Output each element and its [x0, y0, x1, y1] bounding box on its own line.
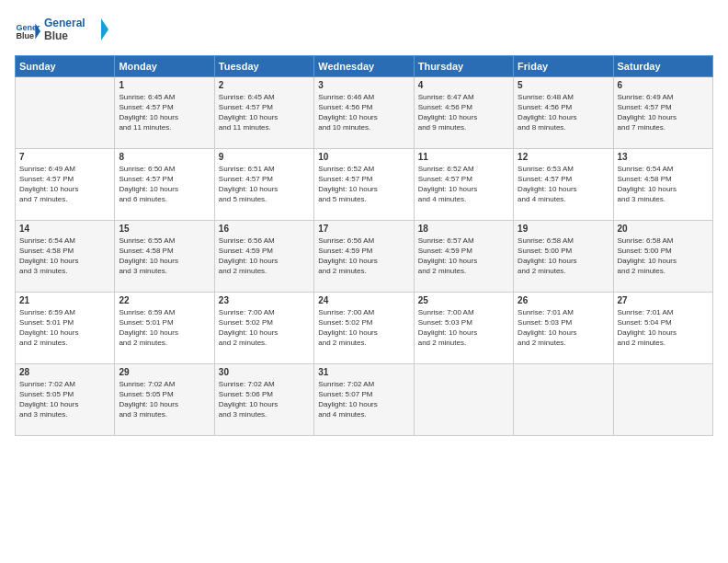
day-number: 18: [418, 224, 509, 234]
col-header-thursday: Thursday: [414, 55, 513, 76]
day-cell: 2Sunrise: 6:45 AM Sunset: 4:57 PM Daylig…: [214, 76, 313, 148]
col-header-sunday: Sunday: [16, 55, 115, 76]
day-info: Sunrise: 6:45 AM Sunset: 4:57 PM Dayligh…: [219, 92, 310, 133]
day-number: 15: [119, 224, 210, 234]
day-info: Sunrise: 6:55 AM Sunset: 4:58 PM Dayligh…: [119, 236, 210, 277]
day-info: Sunrise: 7:00 AM Sunset: 5:02 PM Dayligh…: [219, 307, 310, 349]
day-info: Sunrise: 6:48 AM Sunset: 4:56 PM Dayligh…: [518, 92, 609, 133]
day-info: Sunrise: 7:02 AM Sunset: 5:07 PM Dayligh…: [318, 379, 409, 420]
day-cell: 28Sunrise: 7:02 AM Sunset: 5:05 PM Dayli…: [16, 363, 115, 435]
day-cell: 10Sunrise: 6:52 AM Sunset: 4:57 PM Dayli…: [314, 148, 414, 220]
day-number: 31: [318, 367, 409, 377]
day-cell: 31Sunrise: 7:02 AM Sunset: 5:07 PM Dayli…: [314, 363, 414, 435]
day-cell: [613, 363, 712, 435]
week-row-5: 28Sunrise: 7:02 AM Sunset: 5:05 PM Dayli…: [16, 363, 713, 435]
day-info: Sunrise: 7:00 AM Sunset: 5:03 PM Dayligh…: [418, 307, 509, 349]
day-info: Sunrise: 6:52 AM Sunset: 4:57 PM Dayligh…: [418, 164, 509, 205]
day-info: Sunrise: 6:58 AM Sunset: 5:00 PM Dayligh…: [518, 236, 609, 277]
day-number: 14: [19, 224, 110, 234]
day-cell: 19Sunrise: 6:58 AM Sunset: 5:00 PM Dayli…: [514, 220, 613, 292]
day-number: 24: [318, 295, 409, 305]
day-cell: 12Sunrise: 6:53 AM Sunset: 4:57 PM Dayli…: [514, 148, 613, 220]
day-number: 5: [518, 80, 609, 90]
day-info: Sunrise: 6:45 AM Sunset: 4:57 PM Dayligh…: [119, 92, 210, 133]
day-info: Sunrise: 6:49 AM Sunset: 4:57 PM Dayligh…: [19, 164, 110, 205]
day-number: 8: [119, 152, 210, 162]
svg-marker-5: [101, 18, 108, 40]
day-number: 12: [518, 152, 609, 162]
day-cell: 20Sunrise: 6:58 AM Sunset: 5:00 PM Dayli…: [613, 220, 712, 292]
day-number: 10: [318, 152, 409, 162]
day-cell: [16, 76, 115, 148]
day-cell: 4Sunrise: 6:47 AM Sunset: 4:56 PM Daylig…: [414, 76, 513, 148]
svg-text:General: General: [44, 17, 85, 29]
day-number: 28: [19, 367, 110, 377]
day-number: 7: [19, 152, 110, 162]
day-info: Sunrise: 6:50 AM Sunset: 4:57 PM Dayligh…: [119, 164, 210, 205]
day-number: 1: [119, 80, 210, 90]
logo-icon: General Blue: [15, 18, 40, 44]
day-cell: 25Sunrise: 7:00 AM Sunset: 5:03 PM Dayli…: [414, 292, 513, 363]
day-cell: 1Sunrise: 6:45 AM Sunset: 4:57 PM Daylig…: [115, 76, 214, 148]
day-cell: [414, 363, 513, 435]
day-number: 13: [618, 152, 709, 162]
day-cell: 22Sunrise: 6:59 AM Sunset: 5:01 PM Dayli…: [115, 292, 214, 363]
day-cell: 17Sunrise: 6:56 AM Sunset: 4:59 PM Dayli…: [314, 220, 414, 292]
day-cell: 18Sunrise: 6:57 AM Sunset: 4:59 PM Dayli…: [414, 220, 513, 292]
day-info: Sunrise: 7:01 AM Sunset: 5:04 PM Dayligh…: [618, 307, 709, 349]
day-cell: 7Sunrise: 6:49 AM Sunset: 4:57 PM Daylig…: [16, 148, 115, 220]
day-cell: 26Sunrise: 7:01 AM Sunset: 5:03 PM Dayli…: [514, 292, 613, 363]
day-cell: 29Sunrise: 7:02 AM Sunset: 5:05 PM Dayli…: [115, 363, 214, 435]
day-number: 20: [618, 224, 709, 234]
svg-text:Blue: Blue: [16, 31, 34, 40]
day-number: 16: [219, 224, 310, 234]
svg-text:Blue: Blue: [44, 29, 68, 42]
day-cell: 8Sunrise: 6:50 AM Sunset: 4:57 PM Daylig…: [115, 148, 214, 220]
day-cell: 21Sunrise: 6:59 AM Sunset: 5:01 PM Dayli…: [16, 292, 115, 363]
day-info: Sunrise: 7:02 AM Sunset: 5:06 PM Dayligh…: [219, 379, 310, 420]
day-cell: 14Sunrise: 6:54 AM Sunset: 4:58 PM Dayli…: [16, 220, 115, 292]
day-number: 22: [119, 295, 210, 305]
col-header-saturday: Saturday: [613, 55, 712, 76]
day-cell: 16Sunrise: 6:56 AM Sunset: 4:59 PM Dayli…: [214, 220, 313, 292]
day-number: 17: [318, 224, 409, 234]
day-number: 26: [518, 295, 609, 305]
day-number: 23: [219, 295, 310, 305]
day-cell: 27Sunrise: 7:01 AM Sunset: 5:04 PM Dayli…: [613, 292, 712, 363]
day-number: 4: [418, 80, 509, 90]
col-header-friday: Friday: [514, 55, 613, 76]
day-number: 3: [318, 80, 409, 90]
logo: General Blue General Blue: [15, 15, 108, 48]
day-cell: 5Sunrise: 6:48 AM Sunset: 4:56 PM Daylig…: [514, 76, 613, 148]
day-cell: [514, 363, 613, 435]
day-number: 30: [219, 367, 310, 377]
col-header-tuesday: Tuesday: [214, 55, 313, 76]
day-info: Sunrise: 7:02 AM Sunset: 5:05 PM Dayligh…: [119, 379, 210, 420]
day-cell: 11Sunrise: 6:52 AM Sunset: 4:57 PM Dayli…: [414, 148, 513, 220]
day-number: 19: [518, 224, 609, 234]
day-number: 6: [618, 80, 709, 90]
day-info: Sunrise: 7:01 AM Sunset: 5:03 PM Dayligh…: [518, 307, 609, 349]
day-number: 25: [418, 295, 509, 305]
week-row-1: 1Sunrise: 6:45 AM Sunset: 4:57 PM Daylig…: [16, 76, 713, 148]
day-number: 2: [219, 80, 310, 90]
day-info: Sunrise: 6:51 AM Sunset: 4:57 PM Dayligh…: [219, 164, 310, 205]
day-info: Sunrise: 7:02 AM Sunset: 5:05 PM Dayligh…: [19, 379, 110, 420]
header-row: SundayMondayTuesdayWednesdayThursdayFrid…: [16, 55, 713, 76]
day-info: Sunrise: 6:56 AM Sunset: 4:59 PM Dayligh…: [318, 236, 409, 277]
day-cell: 23Sunrise: 7:00 AM Sunset: 5:02 PM Dayli…: [214, 292, 313, 363]
day-info: Sunrise: 6:47 AM Sunset: 4:56 PM Dayligh…: [418, 92, 509, 133]
day-number: 21: [19, 295, 110, 305]
week-row-2: 7Sunrise: 6:49 AM Sunset: 4:57 PM Daylig…: [16, 148, 713, 220]
col-header-wednesday: Wednesday: [314, 55, 414, 76]
day-info: Sunrise: 6:58 AM Sunset: 5:00 PM Dayligh…: [618, 236, 709, 277]
day-info: Sunrise: 6:54 AM Sunset: 4:58 PM Dayligh…: [618, 164, 709, 205]
day-cell: 30Sunrise: 7:02 AM Sunset: 5:06 PM Dayli…: [214, 363, 313, 435]
day-number: 11: [418, 152, 509, 162]
header: General Blue General Blue: [15, 15, 713, 48]
day-cell: 3Sunrise: 6:46 AM Sunset: 4:56 PM Daylig…: [314, 76, 414, 148]
week-row-4: 21Sunrise: 6:59 AM Sunset: 5:01 PM Dayli…: [16, 292, 713, 363]
day-cell: 15Sunrise: 6:55 AM Sunset: 4:58 PM Dayli…: [115, 220, 214, 292]
day-cell: 24Sunrise: 7:00 AM Sunset: 5:02 PM Dayli…: [314, 292, 414, 363]
day-info: Sunrise: 6:46 AM Sunset: 4:56 PM Dayligh…: [318, 92, 409, 133]
